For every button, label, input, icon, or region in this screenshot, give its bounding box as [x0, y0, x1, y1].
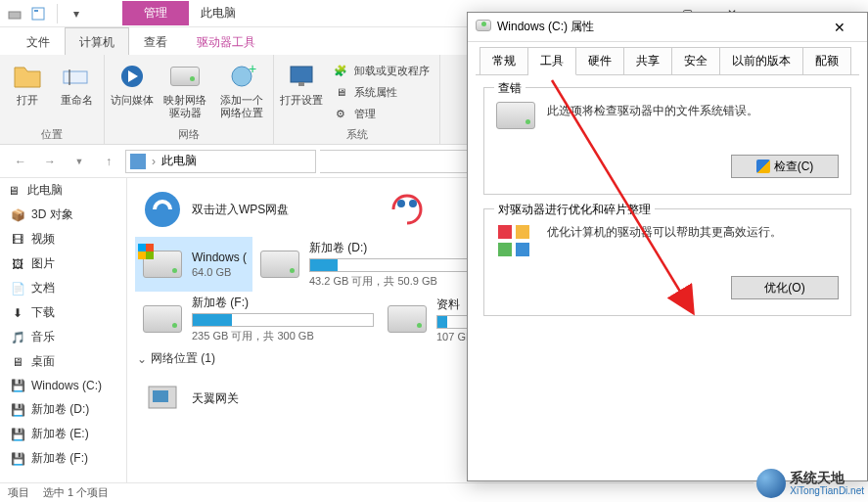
svg-text:+: + [249, 64, 256, 76]
navpane-drive-c[interactable]: 💾Windows (C:) [0, 374, 126, 397]
svg-point-13 [409, 200, 417, 207]
dropdown-icon[interactable]: ▾ [68, 5, 85, 23]
up-button[interactable]: ↑ [96, 149, 121, 174]
group-network-label: 网络 [105, 127, 273, 144]
rename-label: 重命名 [61, 94, 93, 107]
tab-view[interactable]: 查看 [129, 27, 182, 55]
tile-wps[interactable]: 双击进入WPS网盘 [135, 182, 380, 237]
navpane-pictures[interactable]: 🖼图片 [0, 251, 126, 276]
svg-rect-17 [498, 225, 512, 239]
back-button[interactable]: ← [8, 149, 33, 174]
dtab-security[interactable]: 安全 [672, 47, 720, 75]
drive-icon: 💾 [10, 378, 25, 393]
check-error-group: 查错 此选项将检查驱动器中的文件系统错误。 检查(C) [483, 87, 851, 195]
dtab-tools[interactable]: 工具 [528, 47, 576, 75]
navpane-documents[interactable]: 📄文档 [0, 276, 126, 300]
svg-rect-10 [298, 82, 304, 86]
documents-icon: 📄 [10, 281, 25, 297]
check-error-desc: 此选项将检查驱动器中的文件系统错误。 [547, 102, 839, 119]
svg-rect-1 [32, 8, 44, 20]
svg-rect-18 [516, 225, 529, 239]
dtab-general[interactable]: 常规 [480, 47, 528, 75]
open-button[interactable]: 打开 [6, 59, 49, 107]
folder-icon: 📦 [10, 207, 25, 223]
watermark-logo: 系统天地 XiTongTianDi.net [756, 469, 864, 498]
defrag-icon [496, 223, 535, 262]
dialog-body: 查错 此选项将检查驱动器中的文件系统错误。 检查(C) 对驱动器进行优化和碎片整… [476, 74, 859, 342]
status-selected: 选中 1 个项目 [43, 485, 109, 500]
recent-button[interactable]: ▼ [67, 149, 92, 174]
status-bar: 项目 选中 1 个项目 [0, 482, 754, 502]
rename-button[interactable]: 重命名 [55, 59, 98, 107]
ribbon-group-system: 打开设置 🧩卸载或更改程序 🖥系统属性 ⚙管理 系统 [274, 55, 440, 144]
dtab-sharing[interactable]: 共享 [624, 47, 672, 75]
tab-file[interactable]: 文件 [12, 27, 65, 55]
svg-point-11 [145, 192, 180, 227]
manage-button[interactable]: ⚙管理 [333, 104, 430, 123]
sysprops-button[interactable]: 🖥系统属性 [333, 82, 430, 102]
capacity-bar [192, 313, 374, 327]
check-button[interactable]: 检查(C) [731, 155, 839, 178]
map-drive-button[interactable]: 映射网络驱动器 [160, 59, 210, 119]
dialog-title: Windows (C:) 属性 [497, 19, 594, 35]
open-settings-label: 打开设置 [280, 94, 323, 107]
tab-drive-tools[interactable]: 驱动器工具 [182, 27, 270, 55]
access-media-button[interactable]: 访问媒体 [111, 59, 154, 107]
map-drive-label: 映射网络驱动器 [160, 94, 210, 119]
dtab-quota[interactable]: 配额 [803, 47, 851, 75]
properties-icon[interactable] [29, 5, 47, 23]
svg-point-12 [397, 200, 405, 207]
group-location-label: 位置 [0, 127, 104, 144]
globe-icon [756, 469, 786, 498]
add-netloc-button[interactable]: + 添加一个网络位置 [216, 59, 267, 119]
pictures-icon: 🖼 [10, 256, 25, 272]
navigation-pane: 🖥此电脑 📦3D 对象 🎞视频 🖼图片 📄文档 ⬇下载 🎵音乐 🖥桌面 💾Win… [0, 178, 127, 482]
properties-dialog: Windows (C:) 属性 ✕ 常规 工具 硬件 共享 安全 以前的版本 配… [467, 12, 868, 481]
svg-rect-19 [498, 243, 512, 256]
access-media-label: 访问媒体 [111, 94, 154, 107]
address-box[interactable]: › 此电脑 [125, 150, 316, 173]
tile-windows-c[interactable]: Windows (C:)64.0 GB [135, 237, 252, 292]
tile-drive-f[interactable]: 新加卷 (F:) 235 GB 可用，共 300 GB [135, 292, 380, 346]
dialog-titlebar: Windows (C:) 属性 ✕ [468, 13, 867, 42]
open-label: 打开 [17, 94, 38, 107]
sysprops-icon: 🖥 [333, 84, 348, 100]
svg-rect-16 [153, 390, 168, 402]
navpane-downloads[interactable]: ⬇下载 [0, 300, 126, 325]
drive-icon [496, 102, 535, 141]
check-error-legend: 查错 [494, 80, 525, 97]
navpane-drive-f[interactable]: 💾新加卷 (F:) [0, 446, 126, 471]
forward-button[interactable]: → [37, 149, 63, 174]
tile-drive-d[interactable]: 新加卷 (D:) 43.2 GB 可用，共 50.9 GB [252, 237, 497, 292]
navpane-music[interactable]: 🎵音乐 [0, 325, 126, 349]
navpane-drive-d[interactable]: 💾新加卷 (D:) [0, 397, 126, 422]
dtab-hardware[interactable]: 硬件 [576, 47, 624, 75]
app-icon [6, 5, 23, 23]
logo-url: XiTongTianDi.net [790, 485, 864, 496]
downloads-icon: ⬇ [10, 305, 25, 321]
navpane-desktop[interactable]: 🖥桌面 [0, 349, 126, 374]
quick-access-toolbar: ▾ [0, 4, 91, 23]
music-icon: 🎵 [10, 330, 25, 345]
video-icon: 🎞 [10, 232, 25, 248]
uninstall-button[interactable]: 🧩卸载或更改程序 [333, 61, 430, 80]
navpane-drive-e[interactable]: 💾新加卷 (E:) [0, 422, 126, 446]
tab-computer[interactable]: 计算机 [65, 27, 129, 55]
tile-tianyi[interactable]: 天翼网关 [135, 371, 380, 426]
navpane-this-pc[interactable]: 🖥此电脑 [0, 178, 126, 203]
drive-icon: 💾 [10, 427, 25, 442]
ribbon-group-location: 打开 重命名 位置 [0, 55, 105, 144]
dtab-previous[interactable]: 以前的版本 [720, 47, 803, 75]
dialog-close-button[interactable]: ✕ [820, 13, 859, 42]
dialog-tabs: 常规 工具 硬件 共享 安全 以前的版本 配额 [468, 42, 867, 74]
navpane-3d-objects[interactable]: 📦3D 对象 [0, 203, 126, 227]
capacity-bar [309, 258, 491, 272]
optimize-group: 对驱动器进行优化和碎片整理 优化计算机的驱动器可以帮助其更高效运行。 优化(O) [483, 208, 851, 316]
navpane-videos[interactable]: 🎞视频 [0, 227, 126, 251]
context-tab[interactable]: 管理 [122, 1, 189, 25]
svg-rect-2 [34, 10, 38, 12]
open-settings-button[interactable]: 打开设置 [280, 59, 323, 107]
desktop-icon: 🖥 [10, 354, 25, 370]
optimize-button[interactable]: 优化(O) [731, 276, 839, 299]
address-text: 此电脑 [161, 153, 197, 169]
